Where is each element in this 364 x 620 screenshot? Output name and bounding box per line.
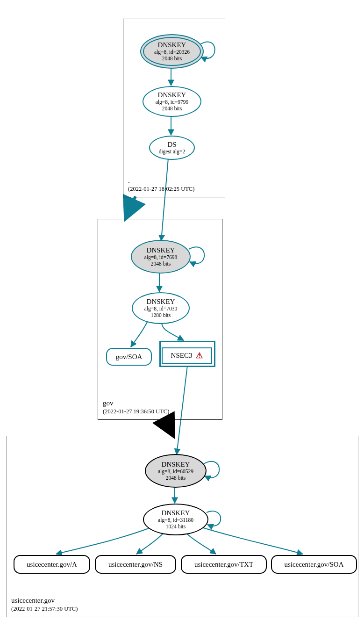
node-sub: 2048 bits [162,106,182,112]
node-title: DNSKEY [158,41,186,49]
node-sub: 2048 bits [151,261,171,267]
leaf-a-rr: usicecenter.gov/A [14,555,90,574]
node-sub: alg=8, id=7030 [144,306,177,312]
gov-nsec3: NSEC3 ⚠ [159,341,215,367]
nsec3-inner: NSEC3 ⚠ [162,347,212,364]
gov-zsk-dnskey: DNSKEY alg=8, id=7030 1280 bits [132,292,190,324]
node-sub: 1024 bits [166,524,186,530]
node-title: DNSKEY [147,246,175,254]
rr-label: usicecenter.gov/SOA [284,561,343,569]
gov-ksk-dnskey: DNSKEY alg=8, id=7698 2048 bits [131,240,191,274]
node-title: DNSKEY [162,509,190,517]
node-sub: 2048 bits [166,475,186,481]
node-sub: 2048 bits [162,56,182,62]
zone-root-name: . [128,176,194,185]
root-ksk-dnskey: DNSKEY alg=8, id=20326 2048 bits [140,34,204,69]
zone-gov-timestamp: (2022-01-27 19:36:50 UTC) [103,408,169,416]
root-ds: DS digest alg=2 [149,136,195,160]
zone-root-timestamp: (2022-01-27 18:02:25 UTC) [128,185,194,193]
nsec3-label: NSEC3 [171,352,193,360]
leaf-ksk-dnskey: DNSKEY alg=8, id=60529 2048 bits [145,454,207,488]
zone-leaf-name: usicecenter.gov [11,596,78,605]
root-zsk-dnskey: DNSKEY alg=8, id=9799 2048 bits [143,86,201,117]
node-sub: alg=8, id=9799 [156,99,188,105]
node-sub: digest alg=2 [159,149,186,155]
rr-label: usicecenter.gov/A [27,561,77,569]
zone-leaf-timestamp: (2022-01-27 21:57:30 UTC) [11,605,78,613]
zone-gov-name: gov [103,398,169,408]
node-sub: alg=8, id=20326 [154,49,190,55]
leaf-zsk-dnskey: DNSKEY alg=8, id=31180 1024 bits [143,504,208,535]
rr-label: gov/SOA [116,353,143,361]
rr-label: usicecenter.gov/TXT [194,561,253,569]
node-sub: 1280 bits [151,312,171,318]
leaf-ns-rr: usicecenter.gov/NS [95,555,176,574]
zone-gov-label: gov (2022-01-27 19:36:50 UTC) [103,398,169,416]
node-sub: alg=8, id=7698 [144,254,177,260]
zone-leaf-label: usicecenter.gov (2022-01-27 21:57:30 UTC… [11,596,78,613]
dnssec-diagram: . (2022-01-27 18:02:25 UTC) DNSKEY alg=8… [0,0,364,620]
node-title: DS [167,141,176,149]
node-sub: alg=8, id=31180 [158,517,193,523]
node-title: DNSKEY [158,91,186,99]
gov-soa-rr: gov/SOA [106,348,152,366]
warning-icon: ⚠ [196,351,203,360]
node-title: DNSKEY [162,461,190,469]
node-title: DNSKEY [147,298,175,306]
node-sub: alg=8, id=60529 [158,469,193,475]
leaf-soa-rr: usicecenter.gov/SOA [271,555,357,574]
zone-root-label: . (2022-01-27 18:02:25 UTC) [128,176,194,193]
rr-label: usicecenter.gov/NS [108,561,163,569]
leaf-txt-rr: usicecenter.gov/TXT [181,555,267,574]
